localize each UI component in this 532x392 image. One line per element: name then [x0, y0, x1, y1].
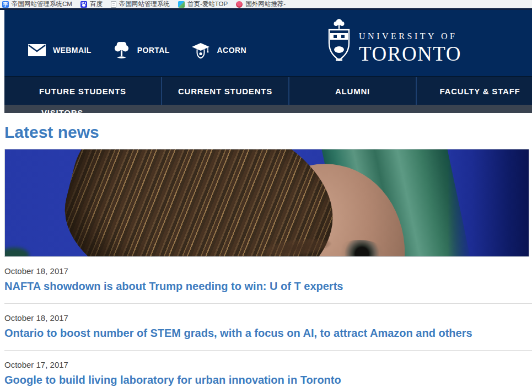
- blue-backdrop-right: [448, 149, 529, 256]
- nav-item-faculty-staff[interactable]: FACULTY & STAFF: [416, 77, 532, 105]
- acorn-link[interactable]: ACORN: [191, 42, 246, 59]
- bookmark-item[interactable]: 帝国网站管理系统: [111, 0, 170, 8]
- news-item: October 18, 2017 Ontario to boost number…: [4, 304, 532, 350]
- quick-link-label: PORTAL: [137, 46, 170, 55]
- envelope-icon: [28, 44, 46, 57]
- uoft-logo[interactable]: UNIVERSITY OF TORONTO: [326, 18, 461, 67]
- world-site-icon: [236, 1, 243, 8]
- news-date: October 18, 2017: [4, 313, 532, 323]
- logo-line2: TORONTO: [359, 42, 461, 66]
- news-date: October 18, 2017: [4, 266, 532, 276]
- site-header: WEBMAIL PORTAL: [4, 10, 532, 76]
- nav-item-visitors[interactable]: VISITORS: [41, 108, 83, 113]
- hero-band: VISITORS: [4, 105, 532, 113]
- tree-icon: [112, 41, 131, 60]
- nav-item-current-students[interactable]: CURRENT STUDENTS: [161, 77, 288, 105]
- quick-link-label: ACORN: [217, 46, 246, 55]
- aizhan-icon: [178, 1, 185, 8]
- header-quick-links: WEBMAIL PORTAL: [4, 26, 246, 60]
- bookmark-item[interactable]: 字 帝国网站管理系统CM: [2, 0, 72, 8]
- baidu-icon: [80, 1, 87, 8]
- news-title-link[interactable]: NAFTA showdown is about Trump needing to…: [4, 280, 532, 293]
- webmail-link[interactable]: WEBMAIL: [28, 44, 92, 57]
- grad-cap-icon: [191, 42, 211, 59]
- news-date: October 17, 2017: [4, 360, 532, 369]
- nav-item-future-students[interactable]: FUTURE STUDENTS: [4, 77, 161, 105]
- nav-item-alumni[interactable]: ALUMNI: [288, 77, 416, 105]
- logo-line1: UNIVERSITY OF: [359, 31, 461, 41]
- bookmark-item[interactable]: 国外网站推荐-: [236, 0, 286, 8]
- bookmark-label: 帝国网站管理系统CM: [12, 0, 72, 8]
- page-icon: [111, 1, 116, 8]
- news-feature-image[interactable]: [4, 149, 529, 257]
- news-item: October 18, 2017 NAFTA showdown is about…: [4, 257, 532, 303]
- bookmark-label: 百度: [90, 0, 103, 8]
- photo-corner-shadow: [4, 248, 29, 257]
- browser-bookmarks-bar: 字 帝国网站管理系统CM 百度 帝国网站管理系统 首页-爱站TOP 国外网站推荐…: [0, 0, 532, 8]
- primary-nav: FUTURE STUDENTS CURRENT STUDENTS ALUMNI …: [4, 76, 532, 105]
- bookmark-label: 首页-爱站TOP: [187, 0, 228, 8]
- quick-link-label: WEBMAIL: [53, 46, 92, 55]
- uoft-wordmark: UNIVERSITY OF TORONTO: [359, 18, 461, 66]
- bookmark-label: 国外网站推荐-: [245, 0, 286, 8]
- news-title-link[interactable]: Ontario to boost number of STEM grads, w…: [4, 327, 532, 340]
- cms-bookmark-icon: 字: [2, 1, 9, 8]
- uoft-crest-icon: [326, 18, 352, 67]
- page-title: Latest news: [4, 123, 532, 141]
- bookmark-item[interactable]: 首页-爱站TOP: [178, 0, 228, 8]
- bookmark-item[interactable]: 百度: [80, 0, 103, 8]
- bookmark-label: 帝国网站管理系统: [119, 0, 170, 8]
- news-item: October 17, 2017 Google to build living …: [4, 351, 532, 392]
- portal-link[interactable]: PORTAL: [112, 41, 170, 60]
- latest-news-section: Latest news October 18, 2017 NAFTA showd…: [4, 113, 532, 392]
- uoft-page: WEBMAIL PORTAL: [4, 10, 532, 392]
- news-title-link[interactable]: Google to build living laboratory for ur…: [4, 374, 532, 386]
- news-list: October 18, 2017 NAFTA showdown is about…: [4, 257, 532, 392]
